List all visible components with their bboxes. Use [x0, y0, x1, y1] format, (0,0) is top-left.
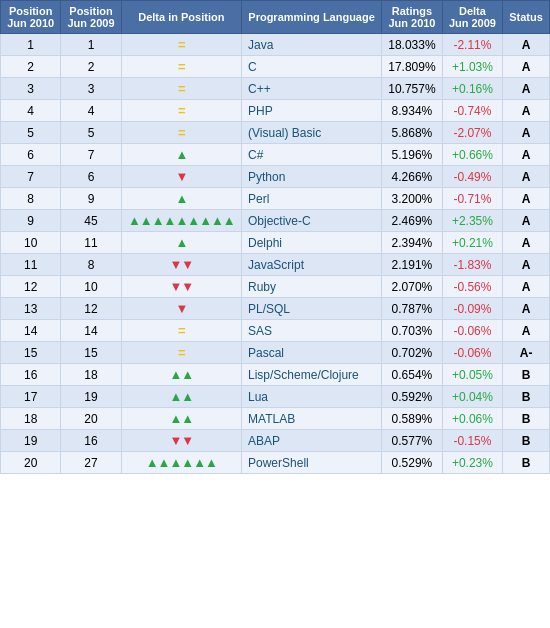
delta-rating: +2.35% — [442, 210, 502, 232]
delta-arrow-icon: ▲▲ — [169, 411, 193, 426]
table-row: 1820▲▲MATLAB0.589%+0.06%B — [1, 408, 550, 430]
column-header: Delta in Position — [121, 1, 241, 34]
rating-value: 0.703% — [382, 320, 443, 342]
delta-position: ▲▲▲▲▲▲▲▲▲ — [121, 210, 241, 232]
delta-arrow-icon: ▲▲▲▲▲▲▲▲▲ — [128, 213, 235, 228]
language-name: PowerShell — [242, 452, 382, 474]
language-name: Python — [242, 166, 382, 188]
column-header: Status — [503, 1, 550, 34]
rating-value: 10.757% — [382, 78, 443, 100]
language-name: Pascal — [242, 342, 382, 364]
delta-rating: +0.66% — [442, 144, 502, 166]
status-badge: B — [503, 452, 550, 474]
position-2009: 3 — [61, 78, 121, 100]
delta-arrow-icon: ▼ — [175, 169, 187, 184]
language-name: Lua — [242, 386, 382, 408]
delta-position: ▲ — [121, 188, 241, 210]
position-2010: 7 — [1, 166, 61, 188]
language-name: PHP — [242, 100, 382, 122]
table-row: 33=C++10.757%+0.16%A — [1, 78, 550, 100]
language-name: Lisp/Scheme/Clojure — [242, 364, 382, 386]
delta-position: ▼ — [121, 166, 241, 188]
position-2010: 20 — [1, 452, 61, 474]
status-badge: A — [503, 144, 550, 166]
table-row: 945▲▲▲▲▲▲▲▲▲Objective-C2.469%+2.35%A — [1, 210, 550, 232]
delta-rating: +0.05% — [442, 364, 502, 386]
position-2009: 9 — [61, 188, 121, 210]
language-name: PL/SQL — [242, 298, 382, 320]
table-row: 1011▲Delphi2.394%+0.21%A — [1, 232, 550, 254]
status-badge: A — [503, 254, 550, 276]
delta-arrow-icon: = — [178, 323, 185, 338]
table-row: 1210▼▼Ruby2.070%-0.56%A — [1, 276, 550, 298]
delta-rating: -0.09% — [442, 298, 502, 320]
status-badge: A — [503, 188, 550, 210]
delta-rating: +1.03% — [442, 56, 502, 78]
delta-arrow-icon: ▲▲ — [169, 367, 193, 382]
position-2010: 15 — [1, 342, 61, 364]
delta-position: = — [121, 320, 241, 342]
position-2009: 45 — [61, 210, 121, 232]
rating-value: 8.934% — [382, 100, 443, 122]
column-header: RatingsJun 2010 — [382, 1, 443, 34]
status-badge: A — [503, 34, 550, 56]
rating-value: 0.787% — [382, 298, 443, 320]
language-name: JavaScript — [242, 254, 382, 276]
table-row: 67▲C#5.196%+0.66%A — [1, 144, 550, 166]
position-2010: 19 — [1, 430, 61, 452]
table-row: 118▼▼JavaScript2.191%-1.83%A — [1, 254, 550, 276]
delta-arrow-icon: ▲ — [175, 191, 187, 206]
status-badge: A — [503, 298, 550, 320]
delta-rating: +0.23% — [442, 452, 502, 474]
table-row: 1916▼▼ABAP0.577%-0.15%B — [1, 430, 550, 452]
delta-position: ▲▲▲▲▲▲ — [121, 452, 241, 474]
delta-rating: -0.06% — [442, 320, 502, 342]
position-2009: 12 — [61, 298, 121, 320]
rating-value: 2.070% — [382, 276, 443, 298]
delta-arrow-icon: ▲▲▲▲▲▲ — [146, 455, 217, 470]
position-2010: 17 — [1, 386, 61, 408]
delta-position: ▼▼ — [121, 276, 241, 298]
language-name: ABAP — [242, 430, 382, 452]
rating-value: 0.702% — [382, 342, 443, 364]
language-name: C++ — [242, 78, 382, 100]
language-name: C — [242, 56, 382, 78]
status-badge: A- — [503, 342, 550, 364]
rating-value: 0.589% — [382, 408, 443, 430]
position-2010: 2 — [1, 56, 61, 78]
language-name: (Visual) Basic — [242, 122, 382, 144]
language-name: C# — [242, 144, 382, 166]
status-badge: B — [503, 408, 550, 430]
delta-arrow-icon: ▲ — [175, 147, 187, 162]
position-2009: 10 — [61, 276, 121, 298]
status-badge: A — [503, 210, 550, 232]
delta-rating: -2.11% — [442, 34, 502, 56]
position-2009: 15 — [61, 342, 121, 364]
language-name: SAS — [242, 320, 382, 342]
table-row: 1414=SAS0.703%-0.06%A — [1, 320, 550, 342]
delta-position: ▼▼ — [121, 430, 241, 452]
rating-value: 5.196% — [382, 144, 443, 166]
position-2009: 16 — [61, 430, 121, 452]
language-name: Objective-C — [242, 210, 382, 232]
table-row: 22=C17.809%+1.03%A — [1, 56, 550, 78]
delta-position: ▲ — [121, 232, 241, 254]
position-2009: 27 — [61, 452, 121, 474]
table-row: 1618▲▲Lisp/Scheme/Clojure0.654%+0.05%B — [1, 364, 550, 386]
rating-value: 0.592% — [382, 386, 443, 408]
rating-value: 0.529% — [382, 452, 443, 474]
rating-value: 2.191% — [382, 254, 443, 276]
rating-value: 2.394% — [382, 232, 443, 254]
position-2010: 18 — [1, 408, 61, 430]
delta-arrow-icon: ▼▼ — [169, 279, 193, 294]
column-header: PositionJun 2009 — [61, 1, 121, 34]
delta-rating: -0.74% — [442, 100, 502, 122]
delta-rating: +0.21% — [442, 232, 502, 254]
position-2010: 4 — [1, 100, 61, 122]
position-2010: 12 — [1, 276, 61, 298]
position-2010: 8 — [1, 188, 61, 210]
delta-rating: -0.56% — [442, 276, 502, 298]
delta-rating: +0.06% — [442, 408, 502, 430]
status-badge: B — [503, 386, 550, 408]
delta-arrow-icon: = — [178, 345, 185, 360]
